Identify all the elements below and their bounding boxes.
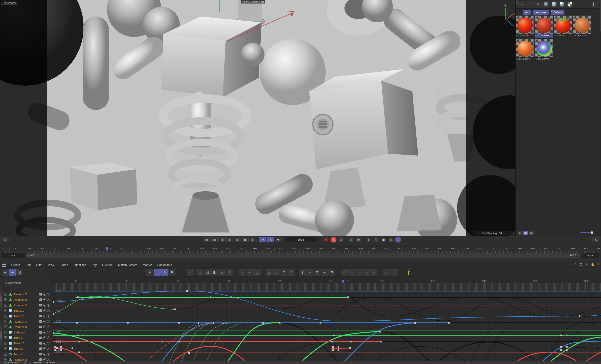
fcurve-graph[interactable]: 0306090120150180210240270300 157 4804404… bbox=[52, 276, 601, 361]
tree-row-remesh.7[interactable]: +Remesh.7S bbox=[0, 292, 52, 297]
material-item[interactable]: OctGlossy1 bbox=[516, 39, 534, 61]
material-name[interactable]: OctSpecula bbox=[573, 34, 591, 38]
menu-create[interactable]: Create bbox=[9, 263, 23, 266]
visibility-icon[interactable] bbox=[43, 347, 46, 350]
layer-chip[interactable] bbox=[39, 337, 42, 339]
material-item[interactable]: OctDiffuse1 bbox=[535, 16, 553, 38]
solo-icon[interactable]: S bbox=[47, 353, 50, 356]
tree-row-remesh.2[interactable]: +Remesh.2S bbox=[0, 357, 52, 361]
menu-marker[interactable]: Marker bbox=[140, 263, 155, 266]
equal-keys-button[interactable]: = bbox=[370, 269, 377, 276]
record-position-button[interactable]: + bbox=[366, 237, 371, 243]
character-filter-button[interactable]: ☻ bbox=[169, 269, 175, 276]
range-start-field[interactable]: 0 F bbox=[1, 253, 25, 258]
record-keyframe-button[interactable]: ◆ bbox=[323, 237, 329, 243]
step-interp-button[interactable]: ⌐ bbox=[247, 269, 254, 276]
material-zoom-slider[interactable] bbox=[580, 232, 597, 233]
material-swatch[interactable] bbox=[573, 16, 591, 34]
record-scale-button[interactable]: ▣ bbox=[381, 237, 386, 243]
material-swatch[interactable] bbox=[535, 39, 553, 57]
visibility-icon[interactable] bbox=[43, 331, 46, 334]
glossy-material-button[interactable] bbox=[558, 1, 566, 8]
solo-icon[interactable]: S bbox=[47, 336, 50, 339]
expand-icon[interactable]: + bbox=[4, 298, 7, 301]
expand-icon[interactable]: + bbox=[4, 309, 7, 312]
go-to-next-key-button[interactable]: ◆▶ bbox=[241, 237, 249, 243]
solo-icon[interactable]: S bbox=[47, 293, 50, 296]
linear-interp-button[interactable]: ∕ bbox=[239, 269, 246, 276]
auto-key-a-button[interactable]: A bbox=[341, 269, 348, 276]
solo-icon[interactable]: S bbox=[47, 325, 50, 328]
menu-functions[interactable]: Functions bbox=[71, 263, 89, 266]
layer-chip[interactable] bbox=[39, 342, 42, 344]
solo-icon[interactable]: S bbox=[47, 314, 50, 317]
motion-mode-button[interactable]: ▥ bbox=[16, 269, 23, 276]
material-item[interactable]: MIXOctMix1 bbox=[554, 16, 572, 38]
solo-icon[interactable]: S bbox=[47, 320, 50, 323]
expand-icon[interactable]: + bbox=[4, 353, 7, 356]
menu-key[interactable]: Key bbox=[89, 263, 99, 266]
fcurve-ruler[interactable]: 0306090120150180210240270300 bbox=[53, 280, 601, 283]
material-item[interactable]: OctSpecula bbox=[573, 16, 591, 38]
auto-tangents-button[interactable]: ∿ bbox=[321, 269, 328, 276]
record-active-object-button[interactable]: ● bbox=[348, 237, 354, 243]
lock-tangent-x-button[interactable]: ⇔ bbox=[306, 269, 313, 276]
animated-filter-button[interactable]: A bbox=[161, 269, 168, 276]
layer-tab-no-layer[interactable]: No Layer bbox=[533, 10, 549, 15]
material-item[interactable]: OctGlossy1 bbox=[516, 16, 534, 38]
layer-tab-all[interactable]: All bbox=[523, 10, 531, 15]
objects-filter-button[interactable]: ● bbox=[146, 269, 153, 276]
solo-icon[interactable]: S bbox=[47, 309, 50, 312]
playhead-marker[interactable] bbox=[106, 247, 108, 250]
fcurve-mode-button[interactable]: ∿ bbox=[9, 269, 16, 276]
layer-chip[interactable] bbox=[39, 331, 42, 334]
hierarchy-filter-button[interactable]: ⊢ bbox=[154, 269, 161, 276]
expand-icon[interactable]: + bbox=[4, 304, 7, 307]
visibility-icon[interactable] bbox=[43, 304, 46, 307]
menu-view[interactable]: View bbox=[45, 263, 57, 266]
window-menu-icon[interactable] bbox=[2, 263, 6, 267]
plain-material-button[interactable] bbox=[550, 1, 558, 8]
visibility-icon[interactable] bbox=[43, 358, 46, 361]
layer-chip[interactable] bbox=[39, 353, 42, 355]
visibility-icon[interactable] bbox=[43, 314, 46, 317]
lock-tool-button[interactable]: ◧ bbox=[211, 269, 218, 276]
expand-icon[interactable]: + bbox=[4, 358, 7, 361]
fcurve-playhead-marker[interactable] bbox=[342, 280, 344, 283]
filter-icon[interactable]: ≣ bbox=[579, 262, 582, 266]
slider-handle[interactable] bbox=[591, 231, 593, 234]
layer-chip[interactable] bbox=[39, 298, 42, 301]
visibility-icon[interactable] bbox=[43, 342, 46, 345]
visibility-icon[interactable] bbox=[43, 336, 46, 339]
expand-icon[interactable]: + bbox=[4, 336, 7, 339]
material-swatch[interactable]: MIX bbox=[554, 16, 572, 34]
panel-grip[interactable] bbox=[516, 1, 518, 8]
tree-row-remesh.6[interactable]: +Remesh.6S bbox=[0, 297, 52, 303]
rect-selection-button[interactable]: ▢ bbox=[196, 269, 203, 276]
layer-chip[interactable] bbox=[39, 304, 42, 306]
range-grip[interactable] bbox=[27, 254, 29, 257]
visibility-icon[interactable] bbox=[43, 325, 46, 328]
preview-range-slider[interactable]: 0 F 900 F bbox=[26, 253, 580, 258]
spline-interp-button[interactable]: ◞ bbox=[254, 269, 261, 276]
layer-chip[interactable] bbox=[39, 309, 42, 312]
ease-in-button[interactable]: ◟ bbox=[273, 269, 280, 276]
tree-row-tube.12[interactable]: +Tube.12S bbox=[0, 308, 52, 313]
layer-chip[interactable] bbox=[39, 326, 42, 328]
go-to-next-frame-button[interactable]: |▶ bbox=[234, 237, 241, 243]
layer-chip[interactable] bbox=[39, 293, 42, 295]
fcurve-plot[interactable] bbox=[53, 283, 601, 361]
solo-icon[interactable]: S bbox=[47, 331, 50, 334]
solo-icon[interactable]: S bbox=[47, 347, 50, 350]
expand-icon[interactable]: + bbox=[4, 320, 7, 323]
material-name[interactable]: OctGlossy1 bbox=[516, 57, 534, 61]
expand-icon[interactable]: + bbox=[4, 314, 7, 317]
menu-frame[interactable]: Frame bbox=[57, 263, 70, 266]
eyedropper-button[interactable]: ✎ bbox=[534, 1, 542, 8]
record-pla-button[interactable]: ∴ bbox=[395, 237, 401, 243]
material-item[interactable]: OctGlossy1 bbox=[535, 39, 553, 61]
tree-row-tube.9[interactable]: +Tube.9S bbox=[0, 335, 52, 341]
autokeying-button[interactable]: A bbox=[331, 237, 337, 243]
v-scroll-icon[interactable]: ↕ bbox=[598, 262, 600, 266]
keying-settings-button[interactable]: ⚙ bbox=[338, 237, 344, 243]
